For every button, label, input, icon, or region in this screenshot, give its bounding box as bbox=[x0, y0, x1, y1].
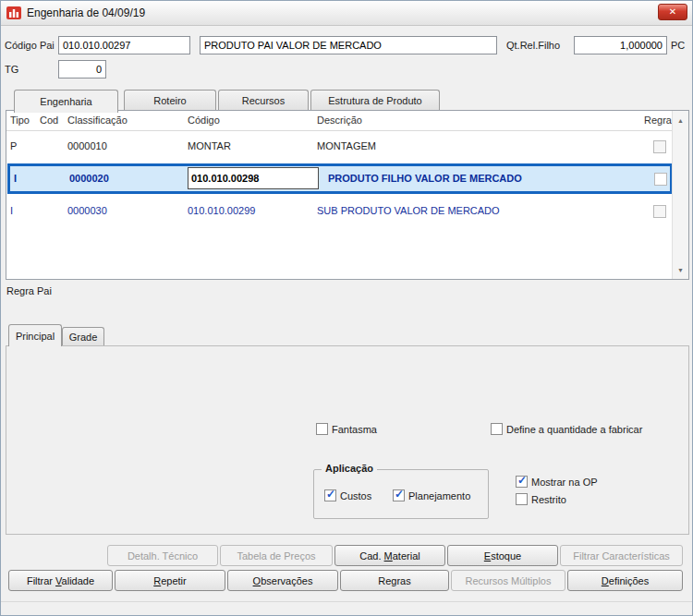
checkbox-label: Fantasma bbox=[332, 424, 377, 435]
cell-codigo: 010.010.00299 bbox=[188, 197, 315, 224]
checkbox-label: Mostrar na OP bbox=[531, 477, 598, 488]
cell-tipo: I bbox=[14, 166, 42, 190]
checkbox-label: Planejamento bbox=[408, 490, 470, 501]
checkbox-label: Custos bbox=[340, 490, 371, 501]
checkbox-label: Define a quantidade a fabricar bbox=[506, 424, 642, 435]
tab-engenharia[interactable]: Engenharia bbox=[14, 90, 118, 113]
cell-tipo: I bbox=[10, 197, 38, 224]
table-row[interactable]: P 0000010 MONTAR MONTAGEM bbox=[6, 132, 673, 160]
regra-checkbox[interactable] bbox=[653, 205, 666, 218]
recursos-multiplos-button: Recursos Múltiplos bbox=[451, 570, 565, 591]
cad-material-button[interactable]: Cad. Material bbox=[334, 545, 445, 566]
regra-pai-label: Regra Pai bbox=[6, 285, 52, 296]
tab-estrutura-de-produto[interactable]: Estrutura de Produto bbox=[310, 90, 440, 110]
cell-descricao: MONTAGEM bbox=[317, 132, 640, 160]
app-icon bbox=[6, 6, 21, 20]
table-header: Tipo Cod Classificação Código Descrição … bbox=[6, 111, 673, 131]
mostrar-na-op-checkbox[interactable]: Mostrar na OP bbox=[516, 476, 598, 488]
tab-label: Roteiro bbox=[153, 95, 186, 106]
descricao-pai-input[interactable] bbox=[200, 36, 497, 54]
planejamento-checkbox[interactable]: Planejamento bbox=[393, 489, 470, 501]
tab-roteiro[interactable]: Roteiro bbox=[124, 90, 216, 110]
checkbox-label: Restrito bbox=[531, 494, 566, 505]
vertical-scrollbar[interactable]: ▲ ▼ bbox=[672, 111, 688, 279]
column-header-regra: Regra bbox=[644, 111, 672, 130]
custos-checkbox[interactable]: Custos bbox=[324, 489, 371, 501]
table-row-selected[interactable]: I 0000020 010.010.00298 PRODUTO FILHO VA… bbox=[7, 163, 673, 194]
tg-label: TG bbox=[5, 64, 18, 75]
qt-rel-filho-label: Qt.Rel.Filho bbox=[506, 40, 560, 51]
cell-tipo: P bbox=[10, 132, 38, 160]
engineering-table: Tipo Cod Classificação Código Descrição … bbox=[6, 110, 689, 280]
filtrar-caracteristicas-button: Filtrar Características bbox=[560, 545, 683, 566]
table-row[interactable]: I 0000030 010.010.00299 SUB PRODUTO VALO… bbox=[6, 197, 673, 224]
observacoes-button[interactable]: Observações bbox=[227, 570, 338, 591]
cell-codigo: MONTAR bbox=[188, 132, 315, 160]
checkbox-box bbox=[516, 493, 528, 505]
aplicacao-label: Aplicação bbox=[322, 463, 377, 474]
column-header-tipo: Tipo bbox=[10, 111, 38, 130]
qt-rel-filho-unit-label: PC bbox=[671, 40, 685, 51]
column-header-classificacao: Classificação bbox=[67, 111, 186, 130]
tab-label: Recursos bbox=[242, 95, 285, 106]
tab-label: Engenharia bbox=[40, 96, 91, 107]
checkbox-box bbox=[491, 423, 503, 435]
column-header-cod: Cod bbox=[40, 111, 66, 130]
regras-button[interactable]: Regras bbox=[340, 570, 449, 591]
checkbox-box bbox=[393, 489, 405, 501]
window: Engenharia de 04/09/19 ✕ Código Pai Qt.R… bbox=[0, 0, 693, 616]
estoque-button[interactable]: Estoque bbox=[447, 545, 558, 566]
tab-grade[interactable]: Grade bbox=[62, 327, 104, 345]
tab-principal[interactable]: Principal bbox=[8, 324, 62, 346]
filtrar-validade-button[interactable]: Filtrar Validade bbox=[8, 570, 113, 591]
column-header-codigo: Código bbox=[188, 111, 315, 130]
bottom-divider bbox=[1, 601, 692, 602]
tab-label: Estrutura de Produto bbox=[328, 95, 422, 106]
repetir-button[interactable]: Repetir bbox=[115, 570, 225, 591]
regra-checkbox[interactable] bbox=[653, 140, 666, 153]
tabela-de-precos-button: Tabela de Preços bbox=[220, 545, 333, 566]
checkbox-box bbox=[324, 489, 336, 501]
cell-classificacao: 0000030 bbox=[67, 197, 186, 224]
scroll-up-icon[interactable]: ▲ bbox=[673, 113, 688, 127]
regra-checkbox[interactable] bbox=[654, 173, 667, 186]
cell-codigo-editor[interactable]: 010.010.00298 bbox=[188, 167, 319, 189]
qt-rel-filho-input[interactable] bbox=[574, 36, 667, 54]
tab-label: Grade bbox=[69, 332, 98, 343]
cell-descricao: SUB PRODUTO VALOR DE MERCADO bbox=[317, 197, 640, 224]
close-button[interactable]: ✕ bbox=[658, 4, 687, 20]
restrito-checkbox[interactable]: Restrito bbox=[516, 493, 566, 505]
tab-label: Principal bbox=[16, 331, 55, 342]
codigo-pai-label: Código Pai bbox=[5, 40, 55, 51]
checkbox-box bbox=[316, 423, 328, 435]
codigo-pai-input[interactable] bbox=[58, 36, 190, 54]
tg-input[interactable] bbox=[58, 60, 106, 79]
cell-classificacao: 0000020 bbox=[69, 166, 188, 190]
scroll-down-icon[interactable]: ▼ bbox=[673, 262, 688, 277]
cell-classificacao: 0000010 bbox=[67, 132, 186, 160]
column-header-descricao: Descrição bbox=[317, 111, 640, 130]
detalh-tecnico-button: Detalh. Técnico bbox=[107, 545, 218, 566]
cell-descricao: PRODUTO FILHO VALOR DE MERCADO bbox=[328, 166, 642, 190]
fantasma-checkbox[interactable]: Fantasma bbox=[316, 423, 377, 435]
window-title: Engenharia de 04/09/19 bbox=[27, 1, 145, 25]
define-quantidade-checkbox[interactable]: Define a quantidade a fabricar bbox=[491, 423, 642, 435]
definicoes-button[interactable]: Definições bbox=[567, 570, 683, 591]
title-bar[interactable]: Engenharia de 04/09/19 ✕ bbox=[1, 1, 692, 26]
tab-recursos[interactable]: Recursos bbox=[218, 90, 309, 110]
checkbox-box bbox=[516, 476, 528, 488]
